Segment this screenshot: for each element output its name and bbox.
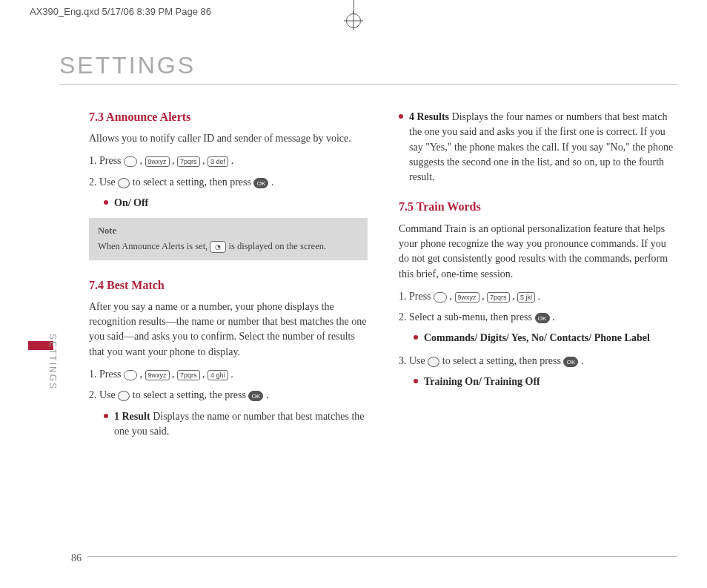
column-right: 4 Results Displays the four names or num…: [399, 105, 677, 446]
step-text: to select a setting, the press: [133, 389, 249, 400]
bullet-dot-icon: [414, 379, 418, 383]
step-text: 2. Use: [89, 389, 118, 400]
step-7-5-3: 3. Use to select a setting, then press O…: [399, 354, 677, 369]
bullet-label: 1 Result: [114, 411, 150, 422]
bullet-text: 1 Result Displays the name or number tha…: [114, 409, 368, 440]
step-7-4-2: 2. Use to select a setting, the press OK…: [89, 388, 368, 403]
intro-7-5: Command Train is an optional personaliza…: [399, 222, 677, 282]
heading-7-3: 7.3 Announce Alerts: [89, 108, 368, 125]
note-text: When Announce Alerts is set, ◔ is displa…: [98, 240, 359, 253]
column-left: 7.3 Announce Alerts Allows you to notify…: [89, 105, 368, 446]
step-text: to select a setting, then press: [442, 355, 564, 366]
step-text: 2. Use: [89, 176, 118, 188]
key-9-icon: 9wxyz: [145, 156, 170, 167]
bullet-4-results: 4 Results Displays the four names or num…: [399, 110, 677, 185]
bullet-dot-icon: [414, 335, 418, 340]
crop-mark-top: [346, 13, 361, 28]
bottom-rule: [87, 556, 677, 557]
bullet-dot-icon: [104, 200, 108, 205]
intro-7-3: Allows you to notify caller ID and sende…: [89, 131, 368, 146]
note-label: Note: [98, 224, 359, 237]
step-7-3-2: 2. Use to select a setting, then press O…: [89, 175, 368, 190]
nav-key-icon: [118, 178, 130, 188]
bullet-label: Commands/ Digits/ Yes, No/ Contacts/ Pho…: [424, 332, 650, 343]
bullet-training: Training On/ Training Off: [414, 374, 677, 389]
step-7-5-1: 1. Press , 9wxyz , 7pqrs , 5 jkl .: [399, 289, 677, 304]
columns: 7.3 Announce Alerts Allows you to notify…: [59, 105, 677, 446]
key-7-icon: 7pqrs: [487, 292, 510, 303]
side-tab: SETTINGS: [47, 334, 58, 390]
note-box: Note When Announce Alerts is set, ◔ is d…: [89, 218, 368, 260]
announce-icon: ◔: [210, 241, 226, 253]
heading-7-5: 7.5 Train Words: [399, 198, 677, 215]
step-7-3-1: 1. Press , 9wxyz , 7pqrs , 3 def .: [89, 153, 368, 168]
page-number: 86: [71, 552, 82, 564]
step-text: 3. Use: [399, 355, 428, 366]
page-title: SETTINGS: [59, 52, 677, 79]
bullet-label: Training On/ Training Off: [424, 376, 540, 387]
key-5-icon: 5 jkl: [517, 292, 535, 303]
intro-7-4: After you say a name or a number, your p…: [89, 300, 368, 360]
step-text: 2. Select a sub-menu, then press: [399, 311, 535, 323]
ok-key-icon: OK: [535, 313, 550, 323]
title-rule: [59, 84, 677, 85]
ok-key-icon: OK: [253, 178, 268, 188]
step-7-4-1: 1. Press , 9wxyz , 7pqrs , 4 ghi .: [89, 367, 368, 382]
key-9-icon: 9wxyz: [455, 292, 479, 303]
bullet-on-off: On/ Off: [104, 196, 368, 211]
heading-7-4: 7.4 Best Match: [89, 277, 368, 294]
key-3-icon: 3 def: [208, 156, 228, 167]
step-text: to select a setting, then press: [133, 176, 254, 188]
ok-key-icon: OK: [248, 391, 263, 401]
ok-key-icon: OK: [563, 357, 578, 367]
menu-key-icon: [434, 292, 447, 303]
key-7-icon: 7pqrs: [177, 156, 200, 167]
key-7-icon: 7pqrs: [177, 370, 200, 380]
step-text: 1. Press: [399, 291, 434, 302]
bullet-label: 4 Results: [409, 111, 449, 122]
bullet-dot-icon: [104, 414, 108, 418]
menu-key-icon: [124, 370, 137, 380]
step-text: 1. Press: [89, 155, 124, 166]
bullet-dot-icon: [399, 114, 403, 119]
menu-key-icon: [124, 156, 137, 167]
bullet-submenus: Commands/ Digits/ Yes, No/ Contacts/ Pho…: [414, 331, 677, 346]
bullet-label: On/ Off: [114, 197, 148, 208]
file-header: AX390_Eng.qxd 5/17/06 8:39 PM Page 86: [30, 6, 211, 17]
nav-key-icon: [428, 357, 439, 367]
key-4-icon: 4 ghi: [208, 370, 228, 380]
step-7-5-2: 2. Select a sub-menu, then press OK .: [399, 310, 677, 325]
key-9-icon: 9wxyz: [145, 370, 170, 380]
bullet-text: 4 Results Displays the four names or num…: [409, 110, 677, 185]
step-text: 1. Press: [89, 369, 124, 380]
nav-key-icon: [118, 391, 130, 401]
page-content: SETTINGS 7.3 Announce Alerts Allows you …: [59, 52, 677, 573]
bullet-1-result: 1 Result Displays the name or number tha…: [104, 409, 368, 440]
